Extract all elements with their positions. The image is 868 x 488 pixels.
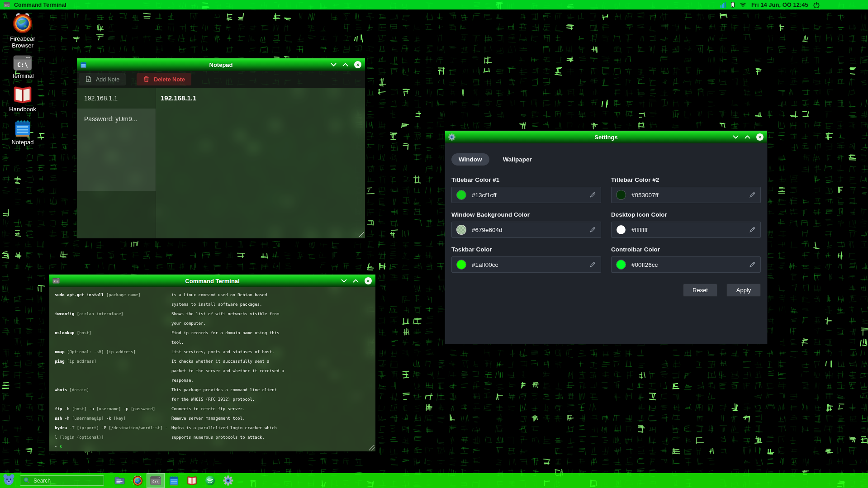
pencil-icon[interactable] — [749, 261, 756, 268]
phone-icon — [731, 2, 735, 8]
taskbar-search[interactable] — [20, 475, 104, 486]
terminal-command: nslookup [host] — [55, 328, 171, 347]
color-swatch — [456, 190, 466, 200]
window-title: Notepad — [77, 62, 365, 68]
pencil-icon[interactable] — [589, 261, 596, 268]
field-label: Taskbar Color — [451, 246, 601, 253]
command-terminal-icon: C:\ — [150, 476, 161, 485]
svg-text:C:\: C:\ — [152, 479, 159, 483]
terminal-description: Remove server management tool. — [171, 414, 370, 423]
active-app-icon: C:\ — [4, 2, 10, 7]
pencil-icon[interactable] — [589, 226, 596, 233]
terminal-row: iwconfig [airlan internface]Shows the li… — [55, 309, 370, 328]
search-icon — [24, 477, 29, 485]
terminal-description: Shows the list of wifi networks visible … — [171, 309, 370, 328]
settings-icon — [223, 475, 233, 486]
desktop-icon-terminal[interactable]: C:\ Terminal — [2, 55, 43, 79]
terminal-description: It checks whether it successfully sent a… — [171, 357, 370, 385]
desktop-icon-column: Fireabear Browser C:\ Terminal Handbook … — [2, 13, 43, 152]
color-value: #1aff00cc — [472, 261, 498, 268]
color-setting-desktop-icon-color: Desktop Icon Color#ffffffff — [611, 211, 761, 238]
notepad-icon — [169, 475, 179, 486]
close-button[interactable]: × — [756, 133, 764, 141]
desktop-icon-fireabear-browser[interactable]: Fireabear Browser — [2, 13, 43, 49]
tab-window[interactable]: Window — [451, 153, 489, 166]
color-swatch — [616, 225, 626, 235]
color-value: #053007ff — [631, 192, 659, 199]
maximize-button[interactable] — [353, 279, 359, 283]
pencil-icon[interactable] — [749, 226, 756, 233]
notepad-taskbar-button[interactable] — [165, 473, 183, 488]
minimize-button[interactable] — [733, 135, 739, 139]
maximize-button[interactable] — [342, 63, 348, 66]
terminal-command: iwconfig [airlan internface] — [55, 309, 171, 328]
window-title: Settings — [445, 134, 767, 141]
svg-text:C:\: C:\ — [5, 4, 9, 6]
handbook-icon — [2, 85, 43, 104]
handbook-taskbar-button[interactable] — [183, 473, 201, 488]
fireabear-browser-taskbar-button[interactable] — [128, 473, 147, 488]
notepad-window-icon — [80, 62, 87, 68]
start-button[interactable] — [3, 474, 15, 488]
terminal-titlebar[interactable]: C:\ Command Terminal × — [49, 275, 375, 287]
terminal-description: List services, ports and statuses of hos… — [171, 347, 370, 357]
color-field-titlebar-color-1[interactable]: #13cf1cff — [451, 187, 601, 203]
terminal-prompt[interactable]: ~ $ — [55, 442, 370, 451]
color-field-window-background-color[interactable]: #679e604d — [451, 222, 601, 238]
search-input[interactable] — [33, 477, 89, 484]
color-value: #00ff26cc — [631, 261, 658, 268]
terminal-row: ftp -h [host] -u [username] -p [password… — [55, 404, 370, 414]
file-manager-taskbar-button[interactable] — [110, 473, 128, 488]
pencil-icon[interactable] — [749, 191, 756, 199]
color-field-titlebar-color-2[interactable]: #053007ff — [611, 187, 761, 203]
terminal-output[interactable]: sudo apt-get install [package name]is a … — [49, 287, 375, 451]
notepad-titlebar[interactable]: Notepad × — [77, 58, 365, 71]
field-label: Window Background Color — [451, 211, 601, 218]
terminal-description: Connects to remote ftp server. — [171, 404, 370, 414]
settings-taskbar-button[interactable] — [219, 473, 237, 488]
color-setting-window-background-color: Window Background Color#679e604d — [451, 211, 601, 238]
command-terminal-taskbar-button[interactable]: C:\ — [147, 473, 165, 488]
terminal-icon: C:\ — [2, 55, 43, 71]
pencil-icon[interactable] — [589, 191, 596, 199]
apply-button[interactable]: Apply — [726, 284, 761, 297]
bear-start-icon — [3, 474, 15, 488]
desktop-icon-notepad[interactable]: Notepad — [2, 119, 43, 146]
music-player-taskbar-button[interactable] — [201, 473, 219, 488]
power-icon[interactable] — [813, 2, 820, 8]
notepad-body: 192.168.1.1 Password: yUm9... 192.168.1.… — [77, 88, 365, 238]
terminal-description: Find ip records for a domain name using … — [171, 328, 370, 347]
settings-tabs: Window Wallpaper — [451, 153, 761, 166]
add-note-label: Add Note — [96, 76, 119, 83]
note-heading: 192.168.1.1 — [161, 94, 365, 102]
field-label: Desktop Icon Color — [611, 211, 761, 218]
handbook-icon — [187, 476, 197, 485]
note-list-item[interactable]: 192.168.1.1 — [77, 88, 156, 109]
color-value: #13cf1cff — [472, 192, 497, 199]
terminal-description: is a Linux command used on Debian-baseds… — [171, 290, 370, 309]
note-content[interactable]: 192.168.1.1 — [156, 88, 365, 238]
close-button[interactable]: × — [365, 277, 372, 284]
delete-note-button[interactable]: Delete Note — [137, 73, 191, 85]
color-field-desktop-icon-color[interactable]: #ffffffff — [611, 222, 761, 238]
color-field-taskbar-color[interactable]: #1aff00cc — [451, 256, 601, 273]
minimize-button[interactable] — [331, 63, 337, 66]
fireabear-browser-icon — [133, 475, 143, 486]
clock: Fri 14 Jun, ÖÖ 12:45 — [751, 1, 808, 8]
topbar-app-title: Command Terminal — [14, 2, 66, 8]
resize-grip[interactable] — [359, 232, 364, 237]
color-field-controlbar-color[interactable]: #00ff26cc — [611, 256, 761, 273]
color-swatch — [456, 225, 466, 235]
note-list-item-selected[interactable]: Password: yUm9... — [77, 109, 156, 191]
reset-button[interactable]: Reset — [683, 284, 717, 297]
add-note-button[interactable]: Add Note — [79, 73, 126, 85]
close-button[interactable]: × — [354, 61, 361, 68]
minimize-button[interactable] — [341, 279, 347, 283]
tab-wallpaper[interactable]: Wallpaper — [496, 153, 539, 166]
settings-titlebar[interactable]: Settings × — [445, 131, 767, 143]
desktop-icon-handbook[interactable]: Handbook — [2, 85, 43, 113]
resize-grip[interactable] — [369, 445, 375, 450]
maximize-button[interactable] — [745, 135, 750, 139]
desktop-icon-label: Handbook — [2, 106, 43, 113]
file-manager-icon — [114, 476, 125, 484]
